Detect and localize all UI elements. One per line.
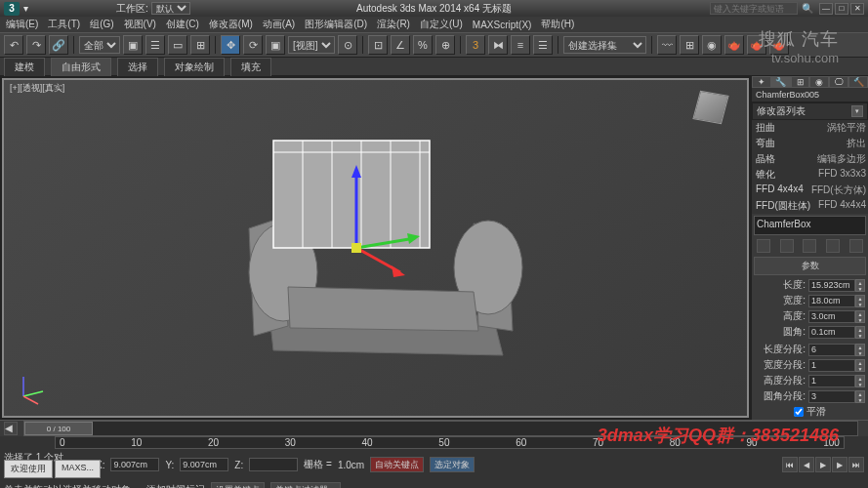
menu-render[interactable]: 渲染(R) (373, 17, 414, 32)
z-input[interactable] (249, 458, 298, 471)
help-search-input[interactable] (710, 2, 798, 15)
app-logo-icon[interactable]: 3 (4, 2, 20, 16)
schematic-button[interactable]: ⊞ (680, 35, 699, 55)
mod-turbosmooth[interactable]: 涡轮平滑 (827, 121, 866, 135)
menu-arrow-icon[interactable]: ▾ (23, 3, 28, 14)
workspace-select[interactable]: 默认 (151, 2, 190, 15)
timeline-menu-icon[interactable]: ◀ (4, 422, 18, 435)
object-name-field[interactable]: ChamferBox005 (752, 88, 868, 102)
menu-view[interactable]: 视图(V) (120, 17, 160, 32)
menu-help[interactable]: 帮助(H) (537, 17, 578, 32)
select-name-button[interactable]: ☰ (145, 35, 165, 55)
rect-select-button[interactable]: ▭ (168, 35, 187, 55)
scale-button[interactable]: ▣ (266, 35, 285, 55)
hseg-spinner[interactable]: ▲▼ (855, 375, 865, 387)
tab-populate[interactable]: 填充 (230, 58, 271, 76)
unique-icon[interactable] (803, 239, 816, 253)
select-button[interactable]: ▣ (123, 35, 143, 55)
keyfilter-button[interactable]: 关键点过滤器... (270, 482, 341, 488)
angle-snap-button[interactable]: ∠ (391, 35, 410, 55)
undo-button[interactable]: ↶ (4, 35, 23, 55)
view-cube[interactable] (691, 88, 735, 132)
modifier-list-dropdown[interactable]: 修改器列表▾ (752, 102, 868, 120)
mod-ffd444b[interactable]: FFD 4x4x4 (818, 199, 866, 213)
rollout-parameters[interactable]: 参数 (754, 257, 866, 275)
minimize-button[interactable]: — (819, 3, 833, 15)
add-time-tag[interactable]: 添加时间标记 (146, 483, 205, 488)
move-button[interactable]: ✥ (221, 35, 240, 55)
curve-editor-button[interactable]: 〰 (657, 35, 677, 55)
window-crossing-button[interactable]: ⊞ (190, 35, 210, 55)
config-icon[interactable] (849, 239, 863, 253)
viewport-model[interactable] (181, 111, 571, 385)
tab-select[interactable]: 选择 (117, 58, 158, 76)
hierarchy-tab-icon[interactable]: ⊞ (791, 76, 810, 88)
goto-end-button[interactable]: ⏭ (848, 457, 864, 472)
menu-tools[interactable]: 工具(T) (44, 17, 84, 32)
mod-taper[interactable]: 锥化 (754, 168, 818, 182)
menu-graph[interactable]: 图形编辑器(D) (301, 17, 371, 32)
fseg-input[interactable] (808, 390, 855, 403)
wseg-input[interactable] (808, 359, 855, 372)
pin-stack-icon[interactable] (757, 239, 770, 253)
width-input[interactable] (808, 295, 855, 307)
align-button[interactable]: ≡ (511, 35, 530, 55)
selection-filter[interactable]: 全部 (79, 36, 120, 54)
mod-ffdbox[interactable]: FFD(长方体) (811, 183, 866, 197)
time-slider-thumb[interactable]: 0 / 100 (24, 422, 93, 435)
setkey-button[interactable]: 设置关键点 (211, 482, 265, 488)
play-button[interactable]: ▶ (815, 457, 831, 472)
create-tab-icon[interactable]: ✦ (752, 76, 771, 88)
y-input[interactable] (180, 458, 228, 471)
tab-modeling[interactable]: 建模 (4, 58, 45, 76)
display-tab-icon[interactable]: 🖵 (829, 76, 848, 88)
spinner-snap-button[interactable]: ⊕ (435, 35, 455, 55)
material-button[interactable]: ◉ (702, 35, 722, 55)
mod-editpoly[interactable]: 编辑多边形 (817, 152, 866, 166)
named-selection-sets[interactable]: 创建选择集 (563, 36, 646, 54)
motion-tab-icon[interactable]: ◉ (809, 76, 829, 88)
autokey-button[interactable]: 自动关键点 (370, 457, 424, 472)
mod-bend[interactable]: 弯曲 (754, 137, 847, 150)
snap-toggle[interactable]: ⊡ (368, 35, 388, 55)
mod-ffd333[interactable]: FFD 3x3x3 (818, 168, 866, 182)
mod-extrude[interactable]: 挤出 (847, 137, 866, 150)
selected-button[interactable]: 选定对象 (430, 457, 475, 472)
width-spinner[interactable]: ▲▼ (855, 295, 865, 307)
search-icon[interactable]: 🔍 (802, 3, 813, 14)
height-spinner[interactable]: ▲▼ (855, 310, 865, 323)
link-button[interactable]: 🔗 (49, 35, 68, 55)
modifier-stack[interactable]: ChamferBox (754, 216, 866, 235)
menu-edit[interactable]: 编辑(E) (2, 17, 42, 32)
remove-mod-icon[interactable] (826, 239, 840, 253)
mirror-button[interactable]: ⧓ (488, 35, 508, 55)
rotate-button[interactable]: ⟳ (243, 35, 263, 55)
maxs-tab[interactable]: MAXS... (55, 460, 101, 478)
utilities-tab-icon[interactable]: 🔨 (848, 76, 868, 88)
lseg-input[interactable] (808, 344, 855, 356)
lseg-spinner[interactable]: ▲▼ (855, 344, 865, 356)
height-input[interactable] (808, 310, 855, 323)
prev-frame-button[interactable]: ◀ (799, 457, 814, 472)
layers-button[interactable]: ☰ (533, 35, 553, 55)
length-spinner[interactable]: ▲▼ (855, 279, 865, 292)
fillet-spinner[interactable]: ▲▼ (855, 326, 865, 339)
x-input[interactable] (110, 458, 159, 471)
stack-item-chamferbox[interactable]: ChamferBox (757, 219, 811, 229)
mod-lattice[interactable]: 晶格 (754, 152, 817, 166)
perspective-viewport[interactable]: [+][透视][真实] (2, 78, 749, 418)
maximize-button[interactable]: □ (835, 3, 848, 15)
pivot-button[interactable]: ⊙ (338, 35, 357, 55)
menu-maxscript[interactable]: MAXScript(X) (469, 19, 536, 31)
percent-snap-button[interactable]: % (413, 35, 433, 55)
ref-coord-select[interactable]: [视图] (288, 36, 335, 54)
hseg-input[interactable] (808, 375, 855, 387)
menu-custom[interactable]: 自定义(U) (416, 17, 467, 32)
wseg-spinner[interactable]: ▲▼ (855, 359, 865, 372)
menu-animation[interactable]: 动画(A) (259, 17, 299, 32)
fillet-input[interactable] (808, 326, 855, 339)
close-button[interactable]: ✕ (850, 3, 864, 15)
smooth-checkbox[interactable] (794, 407, 804, 417)
named-sel-button[interactable]: 3 (466, 35, 485, 55)
welcome-tab[interactable]: 欢迎使用 (4, 460, 53, 478)
